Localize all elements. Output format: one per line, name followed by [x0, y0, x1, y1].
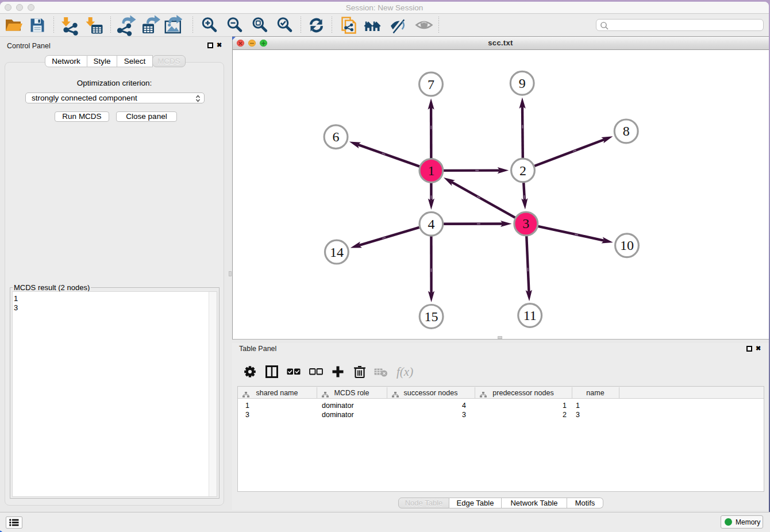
svg-text:4: 4	[428, 217, 434, 232]
svg-text:6: 6	[333, 129, 340, 144]
svg-text:2: 2	[519, 163, 526, 178]
svg-text:11: 11	[523, 308, 537, 323]
svg-text:f(x): f(x)	[396, 365, 413, 379]
svg-text:14: 14	[330, 245, 344, 260]
svg-text:15: 15	[425, 309, 438, 324]
svg-text:3: 3	[522, 216, 529, 231]
svg-text:8: 8	[623, 124, 630, 138]
svg-text:9: 9	[519, 76, 526, 91]
svg-text:7: 7	[428, 77, 434, 92]
svg-text:10: 10	[620, 238, 634, 253]
svg-text:1: 1	[428, 163, 434, 178]
